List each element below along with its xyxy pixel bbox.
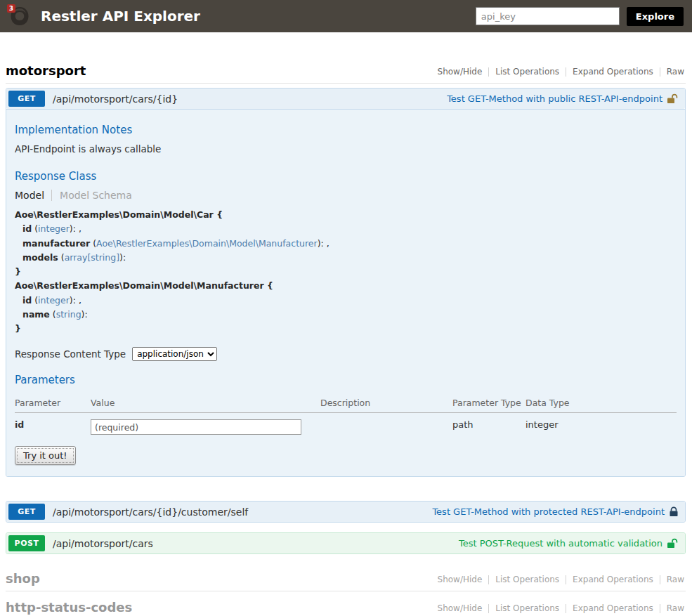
model-line: id (integer): ,: [15, 294, 677, 308]
response-content-type-row: Response Content Type application/json: [15, 347, 677, 361]
tab-model[interactable]: Model: [15, 190, 44, 201]
parameters-header-row: Parameter Value Description Parameter Ty…: [15, 393, 677, 413]
tab-model-schema[interactable]: Model Schema: [51, 190, 132, 201]
header: 3 Restler API Explorer Explore: [0, 0, 692, 32]
resource-title-http-status-codes[interactable]: http-status-codes: [6, 600, 132, 615]
try-it-out-button[interactable]: Try it out!: [15, 446, 76, 465]
col-header-parameter: Parameter: [15, 393, 91, 413]
model-line: }: [15, 322, 677, 336]
model-line: manufacturer (Aoe\RestlerExamples\Domain…: [15, 237, 677, 251]
expand-operations-link[interactable]: Expand Operations: [573, 575, 653, 584]
raw-link[interactable]: Raw: [667, 67, 684, 77]
test-endpoint-link[interactable]: Test GET-Method with public REST-API-end…: [447, 93, 679, 104]
http-method-badge: GET: [8, 91, 45, 107]
test-endpoint-link[interactable]: Test POST-Request with automatic validat…: [459, 538, 679, 549]
endpoint-get-customer-self: GET /api/motorsport/cars/{id}/customer/s…: [6, 501, 686, 523]
endpoint-heading[interactable]: POST /api/motorsport/cars Test POST-Requ…: [6, 533, 685, 553]
parameters-heading: Parameters: [15, 374, 677, 386]
logo-badge: 3: [7, 4, 15, 13]
col-header-data-type: Data Type: [525, 393, 677, 413]
resource-title-shop[interactable]: shop: [6, 571, 40, 586]
list-operations-link[interactable]: List Operations: [495, 603, 559, 613]
col-header-parameter-type: Parameter Type: [452, 393, 525, 413]
resource-motorsport: motorsport Show/Hide List Operations Exp…: [6, 63, 686, 84]
signature-tabs: Model Model Schema: [15, 190, 677, 201]
resource-options: Show/Hide List Operations Expand Operati…: [431, 604, 686, 613]
response-content-type-select[interactable]: application/json: [132, 347, 217, 361]
parameter-name: id: [15, 413, 91, 438]
explore-button[interactable]: Explore: [627, 7, 684, 26]
endpoint-path[interactable]: /api/motorsport/cars/{id}/customer/self: [53, 506, 248, 518]
endpoint-path[interactable]: /api/motorsport/cars/{id}: [53, 93, 178, 105]
model-line: Aoe\RestlerExamples\Domain\Model\Manufac…: [15, 279, 677, 293]
endpoint-post-cars: POST /api/motorsport/cars Test POST-Requ…: [6, 532, 686, 554]
resource-options: Show/Hide List Operations Expand Operati…: [431, 575, 686, 584]
test-endpoint-link[interactable]: Test GET-Method with protected REST-API-…: [432, 506, 679, 517]
model-line: }: [15, 265, 677, 279]
model-line: Aoe\RestlerExamples\Domain\Model\Car {: [15, 208, 677, 222]
unlock-icon: [667, 538, 679, 549]
resource-shop: shop Show/Hide List Operations Expand Op…: [6, 571, 686, 591]
test-endpoint-label: Test GET-Method with protected REST-API-…: [432, 506, 665, 517]
restler-logo-icon: 3: [8, 5, 31, 27]
test-endpoint-label: Test POST-Request with automatic validat…: [459, 538, 662, 549]
show-hide-link[interactable]: Show/Hide: [438, 603, 483, 613]
lock-icon: [669, 506, 679, 517]
endpoint-path[interactable]: /api/motorsport/cars: [53, 538, 153, 549]
col-header-description: Description: [320, 393, 452, 413]
list-operations-link[interactable]: List Operations: [495, 67, 559, 77]
resource-title-motorsport[interactable]: motorsport: [6, 63, 86, 78]
model-signature: Aoe\RestlerExamples\Domain\Model\Car {id…: [15, 208, 677, 336]
implementation-notes-text: API-Endpoint is always callable: [15, 143, 677, 155]
parameters-table: Parameter Value Description Parameter Ty…: [15, 393, 677, 437]
app-title: Restler API Explorer: [41, 8, 200, 25]
model-line: models (array[string]):: [15, 251, 677, 265]
response-content-type-label: Response Content Type: [15, 348, 126, 360]
col-header-value: Value: [91, 393, 320, 413]
endpoint-heading[interactable]: GET /api/motorsport/cars/{id}/customer/s…: [6, 502, 685, 522]
http-method-badge: POST: [8, 535, 45, 551]
expand-operations-link[interactable]: Expand Operations: [573, 67, 653, 77]
show-hide-link[interactable]: Show/Hide: [438, 575, 483, 584]
test-endpoint-label: Test GET-Method with public REST-API-end…: [447, 93, 662, 104]
endpoint-get-car: GET /api/motorsport/cars/{id} Test GET-M…: [6, 88, 686, 477]
api-key-input[interactable]: [476, 7, 620, 25]
model-line: name (string):: [15, 308, 677, 322]
parameter-description: [320, 413, 452, 438]
implementation-notes-heading: Implementation Notes: [15, 124, 677, 136]
model-line: id (integer): ,: [15, 222, 677, 236]
parameter-value-input[interactable]: [91, 419, 301, 435]
expand-operations-link[interactable]: Expand Operations: [573, 603, 653, 613]
api-docs: motorsport Show/Hide List Operations Exp…: [0, 32, 692, 616]
response-class-heading: Response Class: [15, 170, 677, 183]
header-controls: Explore: [476, 7, 684, 26]
endpoint-details: Implementation Notes API-Endpoint is alw…: [6, 109, 685, 476]
raw-link[interactable]: Raw: [667, 603, 684, 613]
resource-http-status-codes: http-status-codes Show/Hide List Operati…: [6, 600, 686, 616]
parameter-row-id: id path integer: [15, 413, 677, 438]
parameter-data-type: integer: [525, 413, 677, 438]
show-hide-link[interactable]: Show/Hide: [438, 67, 483, 77]
parameter-type: path: [452, 413, 525, 438]
endpoint-heading[interactable]: GET /api/motorsport/cars/{id} Test GET-M…: [6, 89, 685, 109]
http-method-badge: GET: [8, 504, 45, 520]
list-operations-link[interactable]: List Operations: [495, 575, 559, 584]
resource-options: Show/Hide List Operations Expand Operati…: [431, 67, 686, 77]
unlock-icon: [667, 93, 679, 104]
raw-link[interactable]: Raw: [667, 575, 684, 584]
